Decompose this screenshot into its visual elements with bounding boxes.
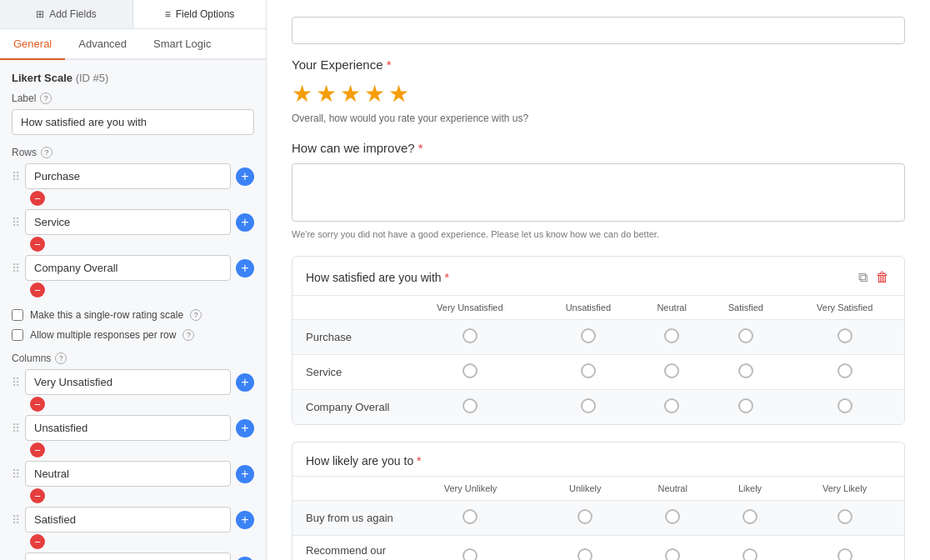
columns-help-icon[interactable]: ? (55, 352, 67, 364)
likert-1-cell-company-5[interactable] (785, 390, 904, 425)
likert-1-row-service: Service (292, 355, 904, 390)
add-col-2-button[interactable]: + (236, 419, 254, 438)
drag-handle-col1[interactable]: ⠿ (12, 376, 20, 389)
col-input-3[interactable] (25, 461, 231, 487)
star-rating[interactable]: ★ ★ ★ ★ ★ (292, 80, 905, 108)
likert-1-cell-service-2[interactable] (539, 355, 638, 390)
likert-1-cell-purchase-4[interactable] (706, 320, 785, 355)
likert-1-cell-company-4[interactable] (706, 390, 785, 425)
remove-col-2-button[interactable]: − (30, 442, 45, 458)
tab-general[interactable]: General (0, 29, 65, 60)
add-col-3-button[interactable]: + (236, 465, 254, 483)
drag-handle-col2[interactable]: ⠿ (12, 422, 20, 435)
rows-help-icon[interactable]: ? (41, 147, 52, 158)
likert-2-cell-rp-5[interactable] (785, 536, 904, 561)
experience-description: Overall, how would you rate your experie… (292, 112, 905, 124)
likert-1-cell-purchase-5[interactable] (785, 320, 904, 355)
row-input-3[interactable] (25, 255, 231, 281)
single-row-checkbox-row: Make this a single-row rating scale ? (12, 309, 254, 321)
single-row-help-icon[interactable]: ? (190, 309, 202, 321)
star-5[interactable]: ★ (388, 80, 409, 108)
label-row: Label ? (12, 92, 254, 104)
col-item-5: ⠿ + − (12, 552, 254, 560)
field-title: Likert Scale (ID #5) (12, 72, 254, 84)
single-row-checkbox[interactable] (12, 309, 23, 321)
add-row-3-button[interactable]: + (236, 259, 254, 278)
likert-2-cell-rp-2[interactable] (540, 536, 631, 561)
likert-2-cell-rp-1[interactable] (401, 536, 540, 561)
star-1[interactable]: ★ (292, 80, 312, 108)
improve-textarea[interactable] (292, 163, 905, 222)
likert-1-cell-company-2[interactable] (539, 390, 638, 425)
likert-2-cell-buy-2[interactable] (540, 501, 631, 536)
likert-2-col-header-1: Very Unlikely (401, 477, 540, 501)
rows-section: Rows ? ⠿ + − ⠿ + (12, 147, 254, 301)
likert-2-cell-rp-4[interactable] (715, 536, 785, 561)
likert-2-cell-buy-4[interactable] (715, 501, 785, 536)
col-input-4[interactable] (25, 507, 231, 532)
tab-advanced[interactable]: Advanced (65, 29, 140, 60)
multiple-responses-help-icon[interactable]: ? (182, 329, 194, 341)
drag-handle-row3[interactable]: ⠿ (12, 262, 20, 275)
likert-block-2: How likely are you to * Very Unlikely Un… (292, 442, 905, 560)
add-row-1-button[interactable]: + (236, 168, 254, 186)
col-input-5[interactable] (25, 552, 231, 560)
likert-2-cell-buy-5[interactable] (785, 501, 904, 536)
likert-1-delete-button[interactable]: 🗑 (874, 268, 891, 287)
remove-col-3-button[interactable]: − (30, 488, 45, 503)
likert-1-cell-purchase-1[interactable] (401, 320, 539, 355)
remove-col-4-button[interactable]: − (30, 534, 45, 549)
likert-1-cell-service-3[interactable] (638, 355, 706, 390)
likert-1-cell-service-1[interactable] (401, 355, 539, 390)
likert-2-cell-buy-1[interactable] (401, 501, 540, 536)
label-input[interactable] (12, 109, 254, 135)
likert-1-row-purchase: Purchase (292, 320, 904, 355)
remove-row-3-button[interactable]: − (30, 282, 45, 298)
drag-handle-row1[interactable]: ⠿ (12, 170, 20, 183)
top-form-input[interactable] (292, 17, 905, 44)
drag-handle-col4[interactable]: ⠿ (12, 513, 20, 527)
likert-1-table: Very Unsatisfied Unsatisfied Neutral Sat… (292, 295, 904, 424)
star-3[interactable]: ★ (340, 80, 361, 108)
add-col-4-button[interactable]: + (236, 511, 254, 529)
multiple-responses-checkbox-row: Allow multiple responses per row ? (12, 329, 254, 341)
add-col-5-button[interactable]: + (236, 557, 254, 561)
likert-2-row-recommend-product: Recommend our product to others (292, 536, 904, 561)
likert-2-cell-buy-3[interactable] (631, 501, 715, 536)
likert-1-cell-service-4[interactable] (706, 355, 785, 390)
remove-row-2-button[interactable]: − (30, 237, 45, 252)
right-panel: Your Experience * ★ ★ ★ ★ ★ Overall, how… (267, 0, 930, 560)
star-4[interactable]: ★ (364, 80, 385, 108)
tab-smart-logic[interactable]: Smart Logic (140, 29, 224, 60)
field-options-icon: ≡ (165, 8, 171, 20)
col-input-2[interactable] (25, 415, 231, 441)
likert-1-cell-service-5[interactable] (785, 355, 904, 390)
sub-tabs: General Advanced Smart Logic (0, 29, 266, 60)
drag-handle-row2[interactable]: ⠿ (12, 216, 20, 229)
likert-1-actions: ⧉ 🗑 (857, 268, 891, 287)
experience-label: Your Experience * (292, 58, 905, 72)
likert-1-cell-company-1[interactable] (401, 390, 539, 425)
tab-add-fields[interactable]: ⊞ Add Fields (0, 0, 133, 28)
likert-1-copy-button[interactable]: ⧉ (857, 268, 869, 287)
col-item-3: ⠿ + − (12, 461, 254, 507)
remove-row-1-button[interactable]: − (30, 191, 45, 206)
likert-2-row-label-recommend-product: Recommend our product to others (292, 536, 401, 561)
likert-1-cell-company-3[interactable] (638, 390, 706, 425)
drag-handle-col3[interactable]: ⠿ (12, 468, 20, 481)
row-input-2[interactable] (25, 209, 231, 235)
tab-field-options[interactable]: ≡ Field Options (133, 0, 266, 28)
star-2[interactable]: ★ (316, 80, 337, 108)
likert-1-cell-purchase-2[interactable] (539, 320, 638, 355)
multiple-responses-checkbox[interactable] (12, 329, 23, 341)
add-col-1-button[interactable]: + (236, 373, 254, 392)
add-row-2-button[interactable]: + (236, 213, 254, 232)
label-help-icon[interactable]: ? (40, 92, 52, 104)
likert-1-cell-purchase-3[interactable] (638, 320, 706, 355)
columns-section: Columns ? ⠿ + − ⠿ + (12, 352, 254, 560)
remove-col-1-button[interactable]: − (30, 397, 45, 412)
col-input-1[interactable] (25, 369, 231, 395)
likert-2-cell-rp-3[interactable] (631, 536, 715, 561)
likert-2-col-header-5: Very Likely (785, 477, 904, 501)
row-input-1[interactable] (25, 163, 231, 189)
